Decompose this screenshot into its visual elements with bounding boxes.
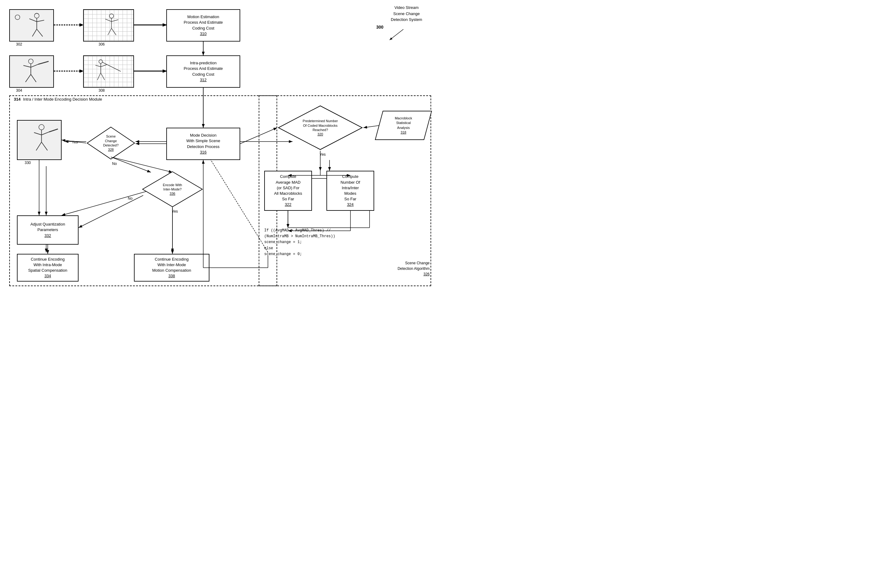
algorithm-label: Scene ChangeDetection Algorithm 326 [397, 260, 430, 277]
frame-304 [9, 56, 54, 88]
svg-line-24 [390, 29, 403, 40]
svg-line-36 [105, 19, 111, 21]
label-308: 308 [99, 88, 105, 93]
continue-inter-box: Continue EncodingWith Inter-ModeMotion C… [134, 254, 209, 282]
algorithm-code: If ((AvgMAD > AvgMAD_Thres) // (NumIntra… [264, 228, 387, 257]
svg-line-48 [102, 62, 121, 71]
svg-point-49 [99, 60, 102, 63]
system-number: 300 [376, 25, 384, 30]
intra-prediction-box: Intra-predictionProcess And EstimateCodi… [166, 56, 240, 88]
intra-prediction-number: 312 [200, 78, 207, 82]
label-306: 306 [99, 42, 105, 46]
svg-marker-55 [87, 127, 135, 159]
continue-intra-box: Continue EncodingWith Intra-ModeSpatial … [17, 254, 78, 282]
predetermined-diamond: Predetermined NumberOf Coded Macroblocks… [277, 105, 363, 151]
no-scene-change: No [112, 162, 117, 166]
adjust-quantization-box: Adjust QuantizationParameters 332 [17, 215, 78, 244]
svg-line-51 [95, 65, 101, 67]
mode-decision-number: 316 [200, 150, 207, 154]
compute-mad-number: 322 [285, 202, 292, 207]
module-label: Intra / Inter Mode Encoding Decision Mod… [23, 97, 102, 102]
svg-rect-26 [10, 10, 53, 41]
svg-line-38 [108, 28, 111, 35]
svg-rect-56 [18, 121, 61, 159]
svg-marker-64 [143, 172, 202, 207]
compute-mad-box: ComputeAverage MAD(or SAD) ForAll Macrob… [264, 171, 312, 211]
motion-estimation-box: Motion EstimationProcess And EstimateCod… [166, 9, 240, 42]
grid-306 [83, 9, 134, 42]
continue-inter-number: 338 [168, 273, 175, 278]
system-title: Video StreamScene ChangeDetection System [376, 4, 437, 23]
mode-decision-box: Mode DecisionWith Simple SceneDetection … [166, 128, 240, 160]
frame-302 [9, 9, 54, 42]
module-number: 314 [14, 97, 21, 102]
no-encode-inter: No [128, 196, 132, 201]
label-304: 304 [16, 88, 22, 93]
svg-rect-40 [10, 56, 53, 87]
adjust-quantization-number: 332 [44, 233, 51, 238]
scene-change-diamond: SceneChangeDetected? 328 [86, 126, 135, 160]
macroblock-parallelogram: MacroblockStatisticalAnalysis 318 [375, 111, 432, 140]
svg-line-54 [101, 73, 105, 80]
svg-line-53 [97, 73, 101, 80]
frame-330 [17, 120, 62, 160]
svg-line-39 [111, 28, 116, 35]
compute-intra-inter-box: ComputeNumber OfIntra/InterModesSo Far 3… [326, 171, 374, 211]
algorithm-number: 326 [423, 272, 430, 276]
encode-inter-diamond: Encode WithInter-Mode? 336 [141, 171, 203, 208]
svg-line-37 [111, 20, 118, 21]
compute-intra-inter-number: 324 [347, 202, 354, 207]
motion-estimation-number: 310 [200, 32, 207, 36]
svg-point-34 [109, 14, 114, 18]
svg-line-52 [101, 64, 107, 67]
yes-predetermined: Yes [320, 152, 326, 157]
continue-intra-number: 334 [44, 273, 51, 278]
yes-encode-inter: Yes [172, 209, 178, 213]
label-330: 330 [25, 160, 31, 165]
label-302: 302 [16, 42, 22, 46]
grid-308 [83, 56, 134, 88]
diagram: Video StreamScene ChangeDetection System… [0, 0, 444, 296]
svg-marker-65 [278, 106, 362, 150]
system-arrow [388, 29, 406, 42]
yes-scene-change: Yes [72, 140, 78, 144]
